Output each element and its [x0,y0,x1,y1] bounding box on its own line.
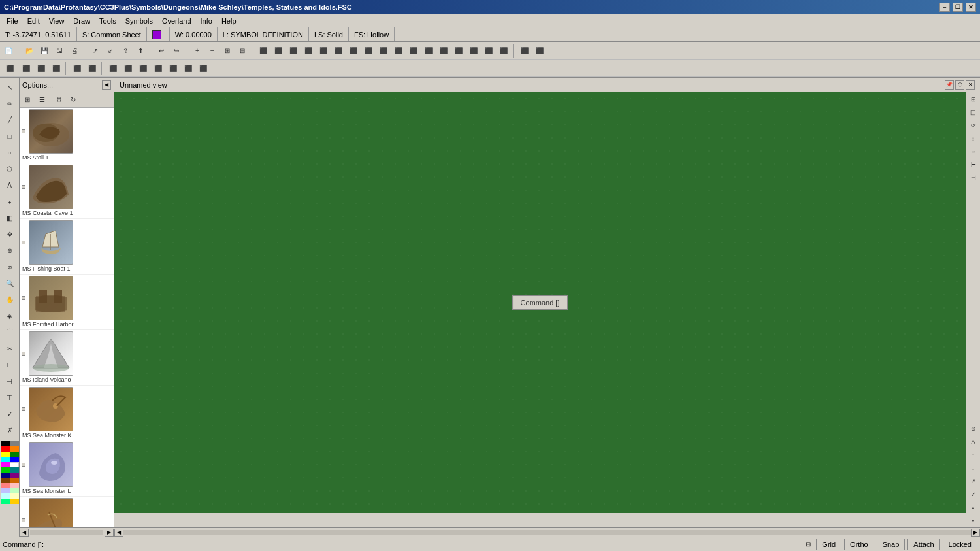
rp-tool-5[interactable]: ↔ [968,146,979,158]
h-scroll-left[interactable]: ◀ [114,529,123,537]
sym-scroll-right[interactable]: ▶ [105,529,114,537]
check-tool[interactable]: ✓ [2,406,18,422]
color-white[interactable] [10,462,19,467]
text-tool[interactable]: A [2,177,18,193]
symbol-item-harbor[interactable]: MS Fortified Harbor [20,275,114,330]
sym-settings[interactable]: ⚙ [52,93,65,107]
zoom-tool[interactable]: 🔍 [2,275,18,291]
menu-view[interactable]: View [45,16,69,26]
trim-tool[interactable]: ⊣ [2,373,18,389]
color-light-green[interactable] [10,488,19,493]
sym-scroll-left[interactable]: ◀ [20,529,29,537]
tb-btn-6[interactable]: ⬛ [331,44,346,58]
tb2-btn-9[interactable]: ⬛ [136,61,150,76]
zoom-select-button[interactable]: ⊟ [235,44,250,58]
line-tool[interactable]: ╱ [2,112,18,127]
menu-file[interactable]: File [3,16,22,26]
snap-tool[interactable]: ⊕ [2,242,18,258]
canvas-close-button[interactable]: ✕ [966,80,975,90]
canvas-float-button[interactable]: ⬡ [955,80,964,90]
menu-help[interactable]: Help [218,16,240,26]
grid-button[interactable]: Grid [816,539,841,550]
import-button[interactable]: ↙ [103,44,118,58]
export-button[interactable]: ↗ [88,44,103,58]
share-button[interactable]: ⇪ [118,44,133,58]
panel-collapse[interactable]: ◀ [102,80,111,90]
tb-btn-19[interactable]: ⬛ [532,44,547,58]
rp-tool-scroll2[interactable]: ▼ [968,514,979,526]
tb-btn-12[interactable]: ⬛ [421,44,436,58]
menu-symbols[interactable]: Symbols [122,16,157,26]
tb-btn-13[interactable]: ⬛ [436,44,451,58]
node-tool[interactable]: ◈ [2,308,18,324]
color-purple[interactable] [10,473,19,478]
rp-tool-arrow4[interactable]: ↙ [968,488,979,500]
color-yellow[interactable] [1,452,10,457]
extend-tool[interactable]: ⊤ [2,390,18,405]
sym-grid-view[interactable]: ⊞ [21,93,34,107]
symbol-item-coastal-cave[interactable]: MS Coastal Cave 1 [20,163,114,219]
measure-tool[interactable]: ⌀ [2,259,18,275]
symbol-item-atoll[interactable]: MS Atoll 1 [20,108,114,163]
tb-btn-18[interactable]: ⬛ [517,44,532,58]
minimize-button[interactable]: − [939,3,950,12]
symbol-item-fishing-boat[interactable]: MS Fishing Boat 1 [20,219,114,275]
tb-btn-11[interactable]: ⬛ [406,44,421,58]
color-magenta[interactable] [1,462,10,467]
tb-btn-4[interactable]: ⬛ [301,44,316,58]
symbol-item-sea-monster-k[interactable]: MS Sea Monster K [20,386,114,441]
color-orange[interactable] [10,446,19,452]
move-tool[interactable]: ✥ [2,226,18,242]
tb2-btn-6[interactable]: ⬛ [85,61,99,76]
tb-btn-10[interactable]: ⬛ [391,44,406,58]
color-light-cyan[interactable] [1,493,10,499]
menu-overland[interactable]: Overland [158,16,195,26]
tb2-btn-1[interactable]: ⬛ [1,61,18,76]
rp-tool-arrow3[interactable]: ↗ [968,475,979,487]
tb2-btn-8[interactable]: ⬛ [121,61,135,76]
sym-refresh[interactable]: ↻ [67,93,80,107]
h-scroll-right[interactable]: ▶ [971,529,980,537]
tb2-btn-13[interactable]: ⬛ [196,61,210,76]
tb2-btn-2[interactable]: ⬛ [19,61,33,76]
tb-btn-1[interactable]: ⬛ [256,44,270,58]
locked-button[interactable]: Locked [943,539,977,550]
color-light-blue[interactable] [1,488,10,493]
cross-tool[interactable]: ✗ [2,422,18,438]
publish-button[interactable]: ⬆ [133,44,148,58]
color-black[interactable] [1,441,10,446]
save-button[interactable]: 💾 [37,44,52,58]
canvas-pin-button[interactable]: 📌 [945,80,954,90]
canvas-hscrollbar[interactable]: ◀ ▶ [114,527,980,537]
save-as-button[interactable]: 🖫 [52,44,67,58]
tb-btn-8[interactable]: ⬛ [361,44,376,58]
color-lime[interactable] [1,467,10,473]
color-navy[interactable] [1,473,10,478]
menu-tools[interactable]: Tools [95,16,120,26]
close-button[interactable]: ✕ [966,3,976,12]
pan-tool[interactable]: ✋ [2,292,18,307]
symbol-item-sea-monster-l[interactable]: MS Sea Monster L [20,441,114,497]
tb2-btn-12[interactable]: ⬛ [181,61,195,76]
join-tool[interactable]: ⊢ [2,357,18,373]
rp-tool-snap[interactable]: ⊕ [968,423,979,435]
color-cyan[interactable] [1,457,10,462]
circle-tool[interactable]: ○ [2,144,18,160]
color-gray[interactable] [10,441,19,446]
symbol-item-shipwreck[interactable]: MS Shipwreck 1 [20,497,114,527]
ortho-button[interactable]: Ortho [844,539,874,550]
new-button[interactable]: 📄 [1,44,16,58]
color-spring-green[interactable] [1,499,10,504]
tb2-btn-3[interactable]: ⬛ [34,61,48,76]
draw-tool[interactable]: ✏ [2,95,18,111]
rp-tool-6[interactable]: ⊢ [968,159,979,171]
symbol-hscrollbar[interactable]: ◀ ▶ [20,527,114,537]
tb-btn-17[interactable]: ⬛ [497,44,511,58]
rp-tool-2[interactable]: ◫ [968,107,979,118]
attach-button[interactable]: Attach [907,539,939,550]
tb-btn-9[interactable]: ⬛ [376,44,391,58]
canvas-view[interactable]: Command [] [114,92,966,513]
tb-btn-15[interactable]: ⬛ [466,44,481,58]
menu-info[interactable]: Info [197,16,216,26]
color-light-yellow[interactable] [10,493,19,499]
